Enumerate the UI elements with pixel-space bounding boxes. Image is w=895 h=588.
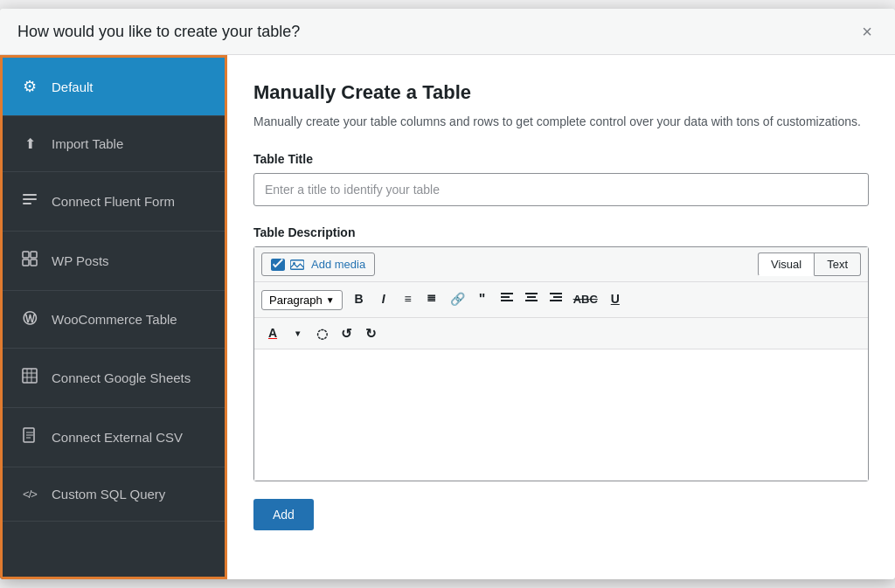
woo-icon: Ⓦ bbox=[20, 310, 39, 329]
sidebar-item-label: Connect Fluent Form bbox=[52, 194, 175, 209]
svg-rect-6 bbox=[31, 259, 37, 266]
close-button[interactable]: × bbox=[857, 21, 878, 42]
svg-rect-27 bbox=[550, 300, 562, 301]
svg-rect-20 bbox=[501, 296, 510, 298]
svg-rect-26 bbox=[553, 296, 562, 298]
form-icon bbox=[20, 191, 39, 211]
strikethrough-button[interactable]: ABC bbox=[569, 289, 602, 310]
modal-title: How would you like to create your table? bbox=[17, 23, 300, 41]
tab-text[interactable]: Text bbox=[815, 252, 861, 276]
content-description: Manually create your table columns and r… bbox=[253, 113, 869, 131]
svg-rect-0 bbox=[23, 194, 37, 196]
svg-rect-3 bbox=[23, 252, 29, 258]
sidebar-item-label: WP Posts bbox=[52, 253, 109, 268]
modal-header: How would you like to create your table?… bbox=[0, 9, 895, 55]
wp-posts-icon bbox=[20, 251, 39, 271]
code-icon: </> bbox=[20, 488, 39, 501]
svg-rect-19 bbox=[501, 293, 513, 294]
sidebar-item-label: Connect Google Sheets bbox=[52, 370, 191, 385]
content-title: Manually Create a Table bbox=[253, 81, 869, 104]
sidebar-item-label: Import Table bbox=[52, 136, 123, 151]
svg-rect-2 bbox=[23, 203, 31, 204]
create-table-modal: How would you like to create your table?… bbox=[0, 9, 895, 579]
editor-tabs: Visual Text bbox=[758, 252, 861, 276]
editor-toolbar-row1: Paragraph ▼ B I ≡ ≣ 🔗 " bbox=[254, 282, 868, 318]
ordered-list-button[interactable]: ≣ bbox=[421, 288, 444, 311]
align-center-button[interactable] bbox=[520, 288, 543, 311]
add-media-label: Add media bbox=[311, 258, 365, 271]
add-media-icon bbox=[271, 259, 285, 271]
sidebar-item-label: WooCommerce Table bbox=[52, 312, 177, 327]
sidebar-item-import-table[interactable]: ⬆ Import Table bbox=[3, 116, 225, 172]
chevron-down-icon: ▼ bbox=[326, 295, 335, 305]
paragraph-select[interactable]: Paragraph ▼ bbox=[261, 290, 343, 310]
add-button[interactable]: Add bbox=[253, 499, 314, 530]
clear-format-button[interactable]: ◌ bbox=[310, 322, 333, 345]
bold-button[interactable]: B bbox=[348, 288, 371, 311]
svg-rect-5 bbox=[23, 259, 29, 266]
upload-icon: ⬆ bbox=[20, 135, 39, 152]
svg-rect-24 bbox=[525, 300, 538, 301]
svg-rect-22 bbox=[525, 293, 538, 294]
svg-rect-21 bbox=[501, 300, 513, 301]
svg-rect-16 bbox=[290, 259, 304, 269]
svg-rect-25 bbox=[550, 293, 562, 294]
blockquote-button[interactable]: " bbox=[471, 287, 494, 312]
sidebar-item-google-sheets[interactable]: Connect Google Sheets bbox=[3, 349, 225, 408]
editor-top-bar: Add media Visual Text bbox=[254, 247, 868, 282]
editor-toolbar-row2: A ▾ ◌ ↺ ↻ bbox=[254, 318, 868, 349]
redo-button[interactable]: ↻ bbox=[359, 322, 382, 345]
table-title-label: Table Title bbox=[253, 152, 869, 166]
sidebar-item-external-csv[interactable]: Connect External CSV bbox=[3, 408, 225, 467]
unordered-list-button[interactable]: ≡ bbox=[397, 288, 420, 311]
svg-rect-7 bbox=[23, 369, 37, 383]
csv-icon bbox=[20, 427, 39, 447]
sidebar-item-default[interactable]: ⚙ Default bbox=[3, 58, 225, 116]
add-media-button[interactable]: Add media bbox=[261, 252, 375, 276]
gear-icon: ⚙ bbox=[20, 77, 39, 96]
sidebar-item-sql-query[interactable]: </> Custom SQL Query bbox=[3, 467, 225, 522]
table-title-input[interactable] bbox=[253, 173, 869, 206]
undo-button[interactable]: ↺ bbox=[335, 322, 357, 345]
tab-visual[interactable]: Visual bbox=[758, 252, 815, 276]
sidebar-item-label: Default bbox=[52, 80, 94, 94]
editor-wrapper: Add media Visual Text Paragraph ▼ B I ≡ bbox=[253, 246, 869, 481]
paragraph-label: Paragraph bbox=[269, 294, 323, 307]
svg-rect-4 bbox=[31, 252, 37, 258]
svg-rect-23 bbox=[527, 296, 536, 298]
align-right-button[interactable] bbox=[545, 288, 567, 311]
font-color-button[interactable]: A bbox=[261, 322, 284, 345]
content-area: Manually Create a Table Manually create … bbox=[227, 55, 895, 579]
sidebar-item-fluent-form[interactable]: Connect Fluent Form bbox=[3, 172, 225, 232]
sheets-icon bbox=[20, 368, 39, 388]
sidebar-item-label: Custom SQL Query bbox=[52, 487, 165, 502]
sidebar: ⚙ Default ⬆ Import Table Connect Fluent … bbox=[0, 55, 227, 579]
italic-button[interactable]: I bbox=[372, 288, 395, 311]
align-left-button[interactable] bbox=[496, 288, 518, 311]
editor-content-area[interactable] bbox=[254, 349, 868, 481]
underline-button[interactable]: U bbox=[604, 288, 627, 311]
svg-rect-1 bbox=[23, 198, 37, 200]
media-icon bbox=[290, 259, 304, 271]
font-color-arrow-button[interactable]: ▾ bbox=[286, 325, 309, 342]
modal-body: ⚙ Default ⬆ Import Table Connect Fluent … bbox=[0, 55, 895, 579]
link-button[interactable]: 🔗 bbox=[446, 288, 469, 311]
sidebar-item-label: Connect External CSV bbox=[52, 430, 183, 445]
sidebar-item-wp-posts[interactable]: WP Posts bbox=[3, 232, 225, 291]
sidebar-item-woocommerce[interactable]: Ⓦ WooCommerce Table bbox=[3, 291, 225, 349]
svg-text:≣: ≣ bbox=[427, 291, 436, 303]
table-description-label: Table Description bbox=[253, 225, 869, 239]
